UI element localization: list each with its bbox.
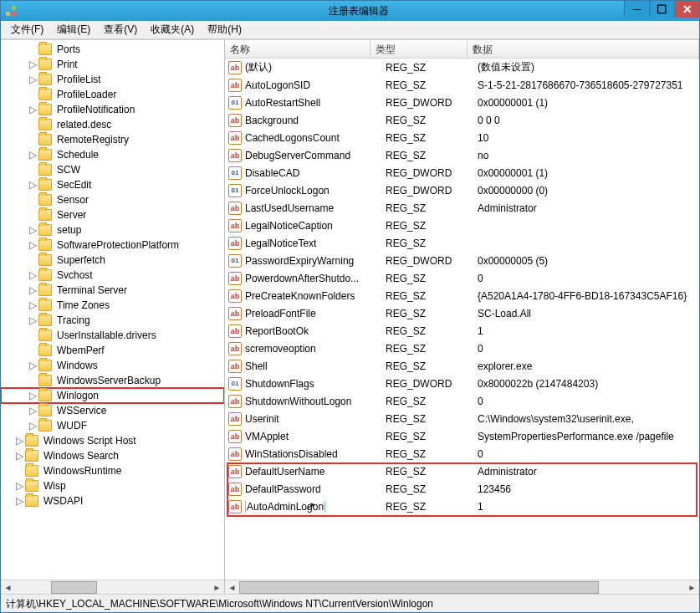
list-row[interactable]: AutoLogonSIDREG_SZS-1-5-21-2817686670-73…	[225, 76, 699, 94]
tree-item[interactable]: ▷Svchost	[1, 268, 224, 283]
expand-icon[interactable]: ▷	[14, 450, 24, 462]
tree-item[interactable]: Ports	[1, 42, 224, 57]
tree-item[interactable]: ▷Terminal Server	[1, 283, 224, 298]
list-row[interactable]: ShutdownWithoutLogonREG_SZ0	[225, 392, 699, 410]
tree-item[interactable]: ▷Windows Script Host	[1, 433, 224, 448]
menu-favorites[interactable]: 收藏夹(A)	[144, 21, 201, 38]
tree-item[interactable]: ▷Windows	[1, 358, 224, 373]
expand-icon[interactable]: ▷	[28, 239, 38, 251]
expand-icon[interactable]: ▷	[28, 420, 38, 432]
scroll-left-icon[interactable]: ◄	[1, 580, 15, 595]
tree-item[interactable]: Sensor	[1, 192, 224, 207]
titlebar[interactable]: 注册表编辑器 ─ ☐ ✕	[1, 1, 699, 21]
scroll-right-icon[interactable]: ►	[210, 580, 224, 595]
list-row[interactable]: LegalNoticeCaptionREG_SZ	[225, 217, 699, 234]
menu-file[interactable]: 文件(F)	[4, 21, 50, 38]
list-row[interactable]: PreloadFontFileREG_SZSC-Load.All	[225, 304, 699, 322]
expand-icon[interactable]: ▷	[28, 405, 38, 416]
list-row[interactable]: WinStationsDisabledREG_SZ0	[225, 445, 699, 462]
list-row[interactable]: VMAppletREG_SZSystemPropertiesPerformanc…	[225, 427, 699, 445]
tree-item[interactable]: ▷Schedule	[1, 147, 224, 162]
tree-item-label: SoftwareProtectionPlatform	[55, 238, 181, 252]
col-name[interactable]: 名称	[225, 40, 370, 58]
expand-icon[interactable]: ▷	[14, 495, 24, 507]
list-row[interactable]: UserinitREG_SZC:\Windows\system32\userin…	[225, 410, 699, 427]
expand-icon[interactable]: ▷	[14, 480, 24, 492]
list-row[interactable]: AutoRestartShellREG_DWORD0x00000001 (1)	[225, 94, 699, 111]
list-row[interactable]: (默认)REG_SZ(数值未设置)	[225, 59, 699, 76]
expand-icon[interactable]: ▷	[28, 269, 38, 281]
tree-item[interactable]: ProfileLoader	[1, 87, 224, 102]
expand-icon[interactable]: ▷	[28, 149, 38, 161]
tree-item[interactable]: ▷WSService	[1, 403, 224, 418]
minimize-button[interactable]: ─	[624, 1, 649, 18]
tree-item[interactable]: ▷setup	[1, 222, 224, 238]
tree-item[interactable]: ▷WSDAPI	[1, 493, 224, 508]
list-row[interactable]: PasswordExpiryWarningREG_DWORD0x00000005…	[225, 252, 699, 269]
tree-item[interactable]: RemoteRegistry	[1, 132, 224, 147]
list-row[interactable]: DebugServerCommandREG_SZno	[225, 146, 699, 164]
scroll-right-icon[interactable]: ►	[685, 580, 699, 595]
menu-view[interactable]: 查看(V)	[97, 21, 144, 38]
tree-item[interactable]: ▷SecEdit	[1, 177, 224, 192]
scroll-thumb[interactable]	[239, 581, 599, 594]
expand-icon[interactable]: ▷	[28, 179, 38, 191]
list-row[interactable]: PreCreateKnownFoldersREG_SZ{A520A1A4-178…	[225, 287, 699, 304]
tree-item[interactable]: WbemPerf	[1, 343, 224, 358]
expand-icon[interactable]: ▷	[14, 435, 24, 447]
menu-edit[interactable]: 编辑(E)	[50, 21, 97, 38]
tree-item[interactable]: WindowsServerBackup	[1, 373, 224, 388]
col-data[interactable]: 数据	[468, 40, 699, 58]
list-row[interactable]: CachedLogonsCountREG_SZ10	[225, 129, 699, 146]
tree-h-scrollbar[interactable]: ◄ ►	[1, 580, 224, 594]
tree-item[interactable]: ▷ProfileNotification	[1, 102, 224, 117]
tree-item[interactable]: ▷Print	[1, 57, 224, 72]
list-row[interactable]: AutoAdminLogonREG_SZ1	[225, 498, 699, 515]
expand-icon[interactable]: ▷	[28, 360, 38, 371]
menu-help[interactable]: 帮助(H)	[201, 21, 248, 38]
value-name: PreloadFontFile	[245, 308, 386, 319]
scroll-thumb[interactable]	[51, 581, 97, 594]
expand-icon[interactable]: ▷	[28, 284, 38, 296]
tree-item[interactable]: ▷ProfileList	[1, 72, 224, 87]
list-row[interactable]: LastUsedUsernameREG_SZAdministrator	[225, 199, 699, 217]
list-row[interactable]: PowerdownAfterShutdo...REG_SZ0	[225, 269, 699, 287]
tree-item[interactable]: ▷Wisp	[1, 478, 224, 493]
list-row[interactable]: DefaultUserNameREG_SZAdministrator	[225, 462, 699, 480]
list-row[interactable]: ShellREG_SZexplorer.exe	[225, 357, 699, 375]
expand-icon[interactable]: ▷	[28, 390, 38, 401]
scroll-left-icon[interactable]: ◄	[225, 580, 239, 595]
list-row[interactable]: ShutdownFlagsREG_DWORD0x8000022b (214748…	[225, 375, 699, 392]
list-h-scrollbar[interactable]: ◄ ►	[225, 580, 699, 594]
tree-item[interactable]: Superfetch	[1, 253, 224, 268]
tree[interactable]: Ports▷Print▷ProfileListProfileLoader▷Pro…	[1, 40, 224, 580]
list-row[interactable]: scremoveoptionREG_SZ0	[225, 340, 699, 357]
expand-icon[interactable]: ▷	[28, 74, 38, 85]
expand-icon[interactable]: ▷	[28, 104, 38, 115]
list-row[interactable]: LegalNoticeTextREG_SZ	[225, 234, 699, 252]
tree-item[interactable]: ▷Windows Search	[1, 448, 224, 463]
tree-item[interactable]: related.desc	[1, 117, 224, 132]
list-body[interactable]: (默认)REG_SZ(数值未设置)AutoLogonSIDREG_SZS-1-5…	[225, 59, 699, 580]
expand-icon[interactable]: ▷	[28, 224, 38, 236]
tree-item[interactable]: ▷Tracing	[1, 313, 224, 328]
tree-item[interactable]: SCW	[1, 162, 224, 177]
list-row[interactable]: BackgroundREG_SZ0 0 0	[225, 111, 699, 129]
list-row[interactable]: ReportBootOkREG_SZ1	[225, 322, 699, 340]
tree-item[interactable]: ▷Winlogon	[1, 388, 224, 403]
maximize-button[interactable]: ☐	[649, 1, 674, 18]
col-type[interactable]: 类型	[370, 40, 468, 58]
list-row[interactable]: DisableCADREG_DWORD0x00000001 (1)	[225, 164, 699, 181]
tree-item[interactable]: ▷SoftwareProtectionPlatform	[1, 238, 224, 253]
tree-item[interactable]: ▷Time Zones	[1, 298, 224, 313]
expand-icon[interactable]: ▷	[28, 314, 38, 326]
tree-item[interactable]: UserInstallable.drivers	[1, 328, 224, 343]
expand-icon[interactable]: ▷	[28, 299, 38, 311]
tree-item[interactable]: ▷WUDF	[1, 418, 224, 433]
tree-item[interactable]: Server	[1, 207, 224, 222]
close-button[interactable]: ✕	[674, 1, 699, 18]
expand-icon[interactable]: ▷	[28, 59, 38, 70]
list-row[interactable]: DefaultPasswordREG_SZ123456	[225, 480, 699, 498]
list-row[interactable]: ForceUnlockLogonREG_DWORD0x00000000 (0)	[225, 181, 699, 199]
tree-item[interactable]: WindowsRuntime	[1, 463, 224, 478]
